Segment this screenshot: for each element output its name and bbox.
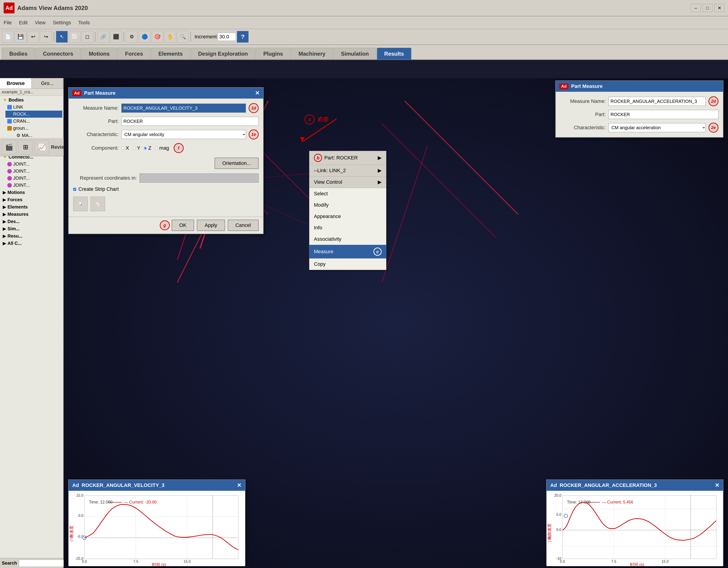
characteristic-select[interactable]: CM angular velocity (121, 130, 246, 139)
tree-forces[interactable]: ▶Forces (1, 196, 62, 203)
tab-connectors[interactable]: Connectors (35, 48, 81, 60)
tree-joint1[interactable]: JOINT... (5, 161, 62, 168)
apply-button[interactable]: Apply (197, 220, 225, 231)
subtool-chart[interactable]: 📈 (35, 140, 49, 155)
chart-icon-btn-1[interactable]: 📊 (73, 197, 88, 211)
link-link2-arrow: ▶ (378, 168, 382, 174)
part-input[interactable] (121, 117, 259, 126)
represent-input[interactable] (140, 174, 259, 183)
tree-bodies[interactable]: ▼ Bodies (1, 97, 62, 104)
tab-forces[interactable]: Forces (118, 48, 150, 60)
tab-design-exploration[interactable]: Design Exploration (191, 48, 255, 60)
sidebar-gro-tab[interactable]: Gro... (32, 78, 63, 89)
toolbar-cube[interactable]: ◻ (81, 31, 93, 43)
tree-allc[interactable]: ▶All C... (1, 240, 62, 247)
tab-plugins[interactable]: Plugins (256, 48, 290, 60)
ctx-view-control[interactable]: View Control ▶ (309, 177, 386, 188)
ctx-associativity[interactable]: Associativity (309, 234, 386, 245)
tree-results[interactable]: ▶Resu... (1, 232, 62, 240)
ok-with-annotation: g OK (160, 220, 194, 231)
part-row: Part: (73, 117, 259, 126)
part-input-2[interactable] (608, 110, 718, 119)
view-control-arrow: ▶ (378, 179, 382, 185)
toolbar-box[interactable]: ⬜ (69, 31, 80, 43)
ctx-appearance[interactable]: Appearance (309, 211, 386, 222)
canvas[interactable]: Ad Part Measure ✕ Measure Name: 1d Part:… (64, 78, 728, 568)
toolbar-undo[interactable]: ↩ (27, 31, 39, 43)
strip-chart-label: Create Strip Chart (78, 186, 119, 192)
toolbar-save[interactable]: 💾 (15, 31, 26, 43)
tree-sim[interactable]: ▶Sim... (1, 225, 62, 232)
toolbar-zoom[interactable]: 🔍 (177, 31, 189, 43)
chart-close-2[interactable]: ✕ (715, 482, 719, 488)
radio-mag[interactable]: mag (155, 145, 169, 151)
toolbar-select[interactable]: ↖ (56, 31, 68, 43)
increment-input[interactable] (218, 33, 236, 41)
chart-title-text-1: ROCKER_ANGULAR_VELOCITY_3 (82, 482, 164, 488)
radio-x[interactable]: X (121, 145, 129, 151)
menu-tools[interactable]: Tools (78, 20, 90, 26)
tab-machinery[interactable]: Machinery (291, 48, 333, 60)
sidebar-browse-tab[interactable]: Browse (0, 78, 32, 89)
measure-name-input-2[interactable] (608, 97, 706, 106)
tree-elements[interactable]: ▶Elements (1, 203, 62, 211)
menu-view[interactable]: View (35, 20, 45, 26)
tab-results[interactable]: Results (377, 48, 412, 60)
measure-name-input[interactable] (121, 104, 246, 113)
toolbar-hand[interactable]: ✋ (164, 31, 176, 43)
dialog-close-1[interactable]: ✕ (255, 90, 260, 96)
tree-item-link[interactable]: LINK (5, 104, 62, 111)
radio-y[interactable]: Y (133, 145, 140, 151)
characteristic-select-2[interactable]: CM angular acceleration (608, 123, 706, 132)
toolbar-part[interactable]: ⬛ (110, 31, 122, 43)
ctx-modify[interactable]: Modify (309, 200, 386, 211)
tree-joint4[interactable]: JOINT... (5, 182, 62, 189)
help-button[interactable]: ? (237, 31, 249, 43)
tree-joint2[interactable]: JOINT... (5, 168, 62, 175)
svg-text:15.0: 15.0 (184, 560, 191, 563)
tab-simulation[interactable]: Simulation (333, 48, 376, 60)
tree-des[interactable]: ▶Des... (1, 218, 62, 225)
toolbar-mesh[interactable]: ⚙ (126, 31, 138, 43)
tree-joint3[interactable]: JOINT... (5, 175, 62, 182)
close-button[interactable]: ✕ (714, 4, 724, 12)
window-controls[interactable]: – □ ✕ (691, 4, 724, 12)
tab-bodies[interactable]: Bodies (2, 48, 35, 60)
tree-item-rocker[interactable]: ROCK... (5, 111, 62, 118)
ctx-part-rocker[interactable]: b Part: ROCKER ▶ (309, 151, 386, 165)
toolbar-joint[interactable]: 🔵 (139, 31, 150, 43)
toolbar-redo[interactable]: ↪ (40, 31, 52, 43)
chart-close-1[interactable]: ✕ (237, 482, 241, 488)
ctx-select[interactable]: Select (309, 188, 386, 200)
subtool-film[interactable]: 🎬 (2, 140, 16, 155)
toolbar-link[interactable]: 🔗 (97, 31, 109, 43)
tree-item-ground[interactable]: groun... (5, 125, 62, 132)
menu-edit[interactable]: Edit (19, 20, 28, 26)
maximize-button[interactable]: □ (703, 4, 713, 12)
represent-row: Represent coordinates in: (73, 174, 259, 183)
menu-file[interactable]: File (4, 20, 12, 26)
toolbar-new[interactable]: 📄 (2, 31, 14, 43)
tab-elements[interactable]: Elements (151, 48, 190, 60)
cancel-button[interactable]: Cancel (228, 220, 259, 231)
chart-icon-btn-2[interactable]: 📈 (90, 197, 105, 211)
tree-motions[interactable]: ▶Motions (1, 189, 62, 196)
ctx-info[interactable]: Info (309, 222, 386, 234)
ctx-measure[interactable]: Measure c (309, 245, 386, 259)
minimize-button[interactable]: – (691, 4, 701, 12)
tab-motions[interactable]: Motions (81, 48, 117, 60)
context-menu: b Part: ROCKER ▶ --Link: LINK_2 ▶ View C… (309, 151, 386, 270)
ctx-link-link2[interactable]: --Link: LINK_2 ▶ (309, 165, 386, 177)
toolbar: 📄 💾 ↩ ↪ ↖ ⬜ ◻ 🔗 ⬛ ⚙ 🔵 🎯 ✋ 🔍 Increment ? (0, 29, 728, 45)
strip-chart-checkbox[interactable] (73, 188, 76, 191)
sidebar: 🎬 ⊞ 📈 Review Browse Gro... .example_1_cr… (0, 78, 64, 568)
orientation-button[interactable]: Orientation... (215, 158, 259, 169)
tree-measures[interactable]: ▶Measures (1, 211, 62, 218)
ctx-copy[interactable]: Copy (309, 259, 386, 270)
toolbar-target[interactable]: 🎯 (151, 31, 163, 43)
tree-item-crank[interactable]: CRAN... (5, 118, 62, 125)
subtool-table[interactable]: ⊞ (18, 140, 33, 155)
ok-button[interactable]: OK (172, 220, 194, 231)
radio-z[interactable]: Z (144, 145, 151, 151)
menu-settings[interactable]: Settings (53, 20, 71, 26)
